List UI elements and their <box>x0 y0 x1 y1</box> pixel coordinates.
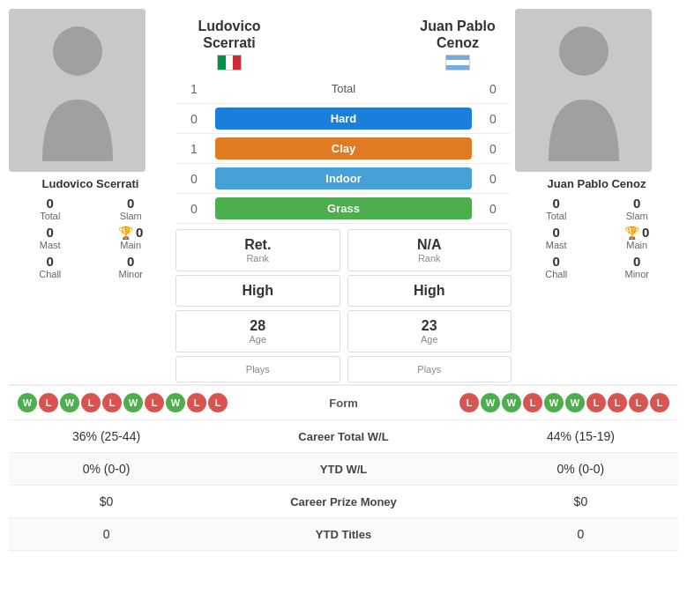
left-player-stats: 0 Total 0 Slam 0 Mast 🏆 0 <box>9 196 172 279</box>
stats-row: 36% (25-44) Career Total W/L 44% (15-19) <box>9 420 678 453</box>
form-badge: L <box>81 393 101 412</box>
form-label: Form <box>300 397 388 410</box>
right-age-block: 23 Age <box>347 310 512 353</box>
surface-section: 1 Total 0 0 Hard 0 1 Clay 0 <box>172 74 515 224</box>
form-badge: L <box>608 393 627 412</box>
form-badge: W <box>481 393 500 412</box>
form-badge: L <box>145 393 164 412</box>
right-info-blocks: N/A Rank High 23 Age Plays <box>344 229 516 382</box>
left-flag-row <box>172 55 287 71</box>
right-plays-block: Plays <box>347 356 512 382</box>
info-blocks: Ret. Rank High 28 Age Plays <box>172 229 515 382</box>
form-badge: L <box>187 393 206 412</box>
total-label: Total <box>212 78 475 100</box>
left-player-avatar <box>9 9 146 172</box>
stats-row: 0 YTD Titles 0 <box>9 518 678 551</box>
main-top: Ludovico Scerrati 0 Total 0 Slam 0 Mast <box>9 9 678 382</box>
stat-right-value: 0 <box>483 518 678 551</box>
left-rank-block: Ret. Rank <box>175 229 340 271</box>
hard-row: 0 Hard 0 <box>176 104 511 134</box>
right-player-area: Juan Pablo Cenoz 0 Total 0 Slam 0 Mast 🏆 <box>515 9 678 382</box>
form-badge: W <box>60 393 79 412</box>
stat-left-value: $0 <box>9 486 204 518</box>
indoor-button[interactable]: Indoor <box>215 167 472 189</box>
form-badge: W <box>123 393 143 412</box>
left-stat-mast: 0 Mast <box>13 225 87 250</box>
stat-left-value: 36% (25-44) <box>9 420 204 453</box>
right-stat-slam: 0 Slam <box>601 196 675 221</box>
right-high-block: High <box>347 275 512 307</box>
right-stat-total: 0 Total <box>519 196 594 221</box>
left-plays-block: Plays <box>175 356 340 382</box>
stats-row: 0% (0-0) YTD W/L 0% (0-0) <box>9 453 678 486</box>
form-badge: W <box>544 393 564 412</box>
left-stat-chall: 0 Chall <box>13 254 87 279</box>
indoor-row: 0 Indoor 0 <box>176 164 511 194</box>
form-badge: W <box>18 393 37 412</box>
left-stat-main: 🏆 0 Main <box>94 225 168 250</box>
form-badge: L <box>523 393 542 412</box>
stat-left-value: 0% (0-0) <box>9 453 204 486</box>
left-form-badges: WLWLLWLWLL <box>18 393 300 412</box>
form-badge: L <box>650 393 669 412</box>
form-badge: W <box>502 393 521 412</box>
left-stat-total: 0 Total <box>13 196 87 221</box>
stat-label: YTD Titles <box>204 518 483 551</box>
form-badge: W <box>565 393 585 412</box>
form-badge: L <box>39 393 58 412</box>
left-heading: Ludovico Scerrati <box>172 18 287 51</box>
stat-right-value: 44% (15-19) <box>483 420 678 453</box>
right-name-block: Juan Pablo Cenoz <box>400 18 515 71</box>
grass-button[interactable]: Grass <box>215 197 472 219</box>
left-trophy-icon: 🏆 <box>118 226 133 240</box>
right-stat-mast: 0 Mast <box>519 225 594 250</box>
left-name-block: Ludovico Scerrati <box>172 18 287 71</box>
form-section: WLWLLWLWLL Form LWWLWWLLLL <box>9 384 678 420</box>
form-badge: L <box>586 393 606 412</box>
stat-right-value: $0 <box>483 486 678 518</box>
right-stat-main: 🏆 0 Main <box>601 225 675 250</box>
left-info-blocks: Ret. Rank High 28 Age Plays <box>172 229 344 382</box>
match-container: Ludovico Scerrati 0 Total 0 Slam 0 Mast <box>0 0 687 560</box>
right-player-name: Juan Pablo Cenoz <box>515 177 678 190</box>
right-trophy-icon: 🏆 <box>624 226 639 240</box>
right-form-badges: LWWLWWLLLL <box>388 393 670 412</box>
right-player-stats: 0 Total 0 Slam 0 Mast 🏆 0 Main <box>515 196 678 279</box>
form-badge: L <box>459 393 479 412</box>
stat-left-value: 0 <box>9 518 204 551</box>
center-area: Ludovico Scerrati Juan Pablo Cenoz <box>172 9 515 382</box>
stat-right-value: 0% (0-0) <box>483 453 678 486</box>
names-flags-row: Ludovico Scerrati Juan Pablo Cenoz <box>172 9 515 74</box>
left-high-block: High <box>175 275 340 307</box>
right-stat-chall: 0 Chall <box>519 254 594 279</box>
form-badge: L <box>629 393 648 412</box>
stats-row: $0 Career Prize Money $0 <box>9 486 678 518</box>
right-heading: Juan Pablo Cenoz <box>400 18 515 51</box>
clay-row: 1 Clay 0 <box>176 134 511 164</box>
form-badge: L <box>102 393 122 412</box>
form-badge: W <box>166 393 185 412</box>
total-row: 1 Total 0 <box>176 74 511 104</box>
left-age-block: 28 Age <box>175 310 340 353</box>
hard-button[interactable]: Hard <box>215 108 472 130</box>
right-flag-row <box>400 55 515 71</box>
left-player-area: Ludovico Scerrati 0 Total 0 Slam 0 Mast <box>9 9 172 382</box>
left-stat-slam: 0 Slam <box>94 196 168 221</box>
right-rank-block: N/A Rank <box>347 229 512 271</box>
form-badge: L <box>208 393 228 412</box>
stat-label: Career Prize Money <box>204 486 483 518</box>
svg-point-0 <box>53 26 102 76</box>
svg-point-1 <box>559 26 609 76</box>
stat-label: Career Total W/L <box>204 420 483 453</box>
left-stat-minor: 0 Minor <box>94 254 168 279</box>
left-player-name: Ludovico Scerrati <box>9 177 172 190</box>
grass-row: 0 Grass 0 <box>176 194 511 224</box>
stat-label: YTD W/L <box>204 453 483 486</box>
clay-button[interactable]: Clay <box>215 137 472 160</box>
right-player-avatar <box>515 9 652 172</box>
stats-table: 36% (25-44) Career Total W/L 44% (15-19)… <box>9 420 678 551</box>
italy-flag-icon <box>217 55 242 71</box>
argentina-flag-icon <box>445 55 470 71</box>
right-stat-minor: 0 Minor <box>601 254 675 279</box>
